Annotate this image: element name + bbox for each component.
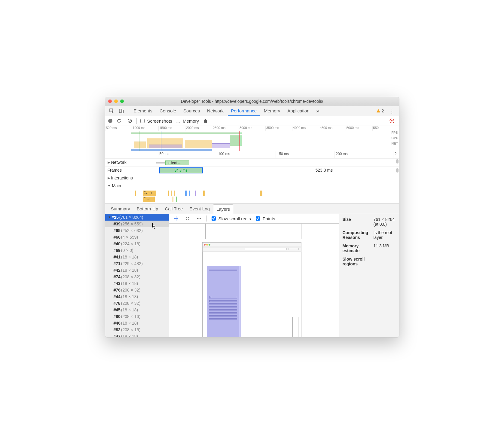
- svg-line-11: [393, 122, 394, 123]
- warnings-badge[interactable]: 2: [374, 106, 386, 116]
- layer-canvas-scrollbar: [292, 317, 298, 337]
- layer-tree-row[interactable]: #74(208 × 32): [105, 274, 169, 280]
- tab-network[interactable]: Network: [204, 106, 227, 116]
- layer-dims: (208 × 16): [121, 314, 140, 319]
- disclosure-icon[interactable]: ▼: [108, 215, 111, 219]
- layer-tree-row[interactable]: #41(18 × 18): [105, 254, 169, 260]
- layer-canvas[interactable]: [169, 224, 339, 337]
- lane-frames[interactable]: Frames 34.8 ms 523.8 ms: [105, 166, 399, 174]
- layer-dims: (18 × 18): [121, 334, 138, 337]
- tab2-call-tree[interactable]: Call Tree: [161, 204, 186, 214]
- perf-ruler[interactable]: 50 ms100 ms150 ms200 ms2: [105, 151, 399, 158]
- layer-id: #74: [114, 274, 121, 279]
- tab-memory[interactable]: Memory: [261, 106, 283, 116]
- layer-canvas-layer[interactable]: [207, 266, 239, 337]
- devtools-window: Developer Tools - https://developers.goo…: [105, 97, 399, 338]
- lane-interactions[interactable]: ▶Interactions: [105, 174, 399, 182]
- close-window-button[interactable]: [108, 99, 112, 103]
- layer-tree-row[interactable]: #43(18 × 18): [105, 280, 169, 287]
- layer-dims: (224 × 16): [121, 241, 140, 246]
- tab-performance[interactable]: Performance: [228, 106, 260, 116]
- layer-tree-row[interactable]: #71(229 × 482): [105, 260, 169, 267]
- settings-gear-icon[interactable]: [388, 118, 396, 123]
- layer-dims: (761 × 8264): [119, 215, 143, 220]
- layer-dims: (252 × 632): [121, 228, 143, 233]
- tab2-event-log[interactable]: Event Log: [186, 204, 213, 214]
- record-button[interactable]: [108, 119, 112, 123]
- layer-tree-row[interactable]: ▼#25(761 × 8264): [105, 214, 169, 221]
- memory-checkbox[interactable]: Memory: [175, 118, 199, 124]
- window-titlebar: Developer Tools - https://developers.goo…: [105, 97, 399, 106]
- tab2-summary[interactable]: Summary: [108, 204, 133, 214]
- flame-event-f[interactable]: F…l: [143, 197, 155, 202]
- tab-console[interactable]: Console: [157, 106, 179, 116]
- toggle-device-icon[interactable]: [117, 106, 126, 116]
- tab2-bottom-up[interactable]: Bottom-Up: [133, 204, 162, 214]
- layer-tree-row[interactable]: #69(0 × 0): [105, 247, 169, 254]
- tab-sources[interactable]: Sources: [180, 106, 203, 116]
- layer-tree-row[interactable]: #76(208 × 32): [105, 287, 169, 293]
- layer-dims: (4 × 559): [121, 235, 138, 240]
- layer-id: #76: [114, 288, 121, 292]
- trash-icon[interactable]: [201, 118, 210, 123]
- svg-line-12: [390, 122, 391, 123]
- layer-tree-row[interactable]: #44(18 × 18): [105, 293, 169, 300]
- rotate-icon[interactable]: [184, 216, 191, 221]
- tab-elements[interactable]: Elements: [131, 106, 156, 116]
- layer-tree-row[interactable]: #40(224 × 16): [105, 240, 169, 247]
- layer-tree-row[interactable]: #47(18 × 18): [105, 333, 169, 337]
- screenshots-checkbox[interactable]: Screenshots: [139, 118, 172, 124]
- flame-chart[interactable]: Ev…) F…l: [105, 190, 399, 203]
- overview-lane-labels: FPSCPUNET: [391, 131, 398, 145]
- clear-icon[interactable]: [126, 118, 134, 123]
- layer-tree-row[interactable]: #42(18 × 18): [105, 267, 169, 274]
- tab2-layers[interactable]: Layers: [213, 204, 233, 214]
- svg-point-14: [198, 218, 199, 219]
- zoom-window-button[interactable]: [120, 99, 124, 103]
- svg-point-5: [391, 120, 392, 121]
- reload-record-icon[interactable]: [115, 118, 123, 123]
- layer-id: #66: [114, 235, 121, 240]
- reset-view-icon[interactable]: [195, 216, 203, 221]
- layer-tree-row[interactable]: #82(208 × 16): [105, 326, 169, 333]
- minimize-window-button[interactable]: [114, 99, 118, 103]
- paints-checkbox[interactable]: Paints: [255, 215, 275, 222]
- frames-label: Frames: [108, 168, 122, 173]
- main-tabs: Elements Console Sources Network Perform…: [105, 106, 399, 116]
- traffic-lights: [108, 99, 124, 103]
- layer-tree-row[interactable]: #78(208 × 32): [105, 300, 169, 307]
- layer-canvas-area: Slow scroll rects Paints: [169, 214, 339, 337]
- network-request-block[interactable]: collect …: [165, 160, 189, 165]
- layer-dims: (208 × 32): [121, 288, 140, 292]
- layer-tree-row[interactable]: #65(252 × 632): [105, 227, 169, 234]
- slow-scroll-checkbox[interactable]: Slow scroll rects: [210, 215, 251, 222]
- interactions-label: Interactions: [111, 176, 133, 180]
- kebab-menu-icon[interactable]: ⋮: [387, 106, 397, 116]
- prop-comp-key: Compositing Reasons: [343, 230, 371, 240]
- layer-tree-row[interactable]: #39(256 × 559): [105, 221, 169, 227]
- prop-comp-val: Is the root layer.: [374, 230, 396, 240]
- warnings-count: 2: [382, 108, 384, 113]
- tab-application[interactable]: Application: [284, 106, 312, 116]
- lane-main[interactable]: ▼Main: [105, 182, 399, 190]
- layer-dims: (208 × 16): [121, 327, 140, 332]
- prop-ssr-val: [374, 257, 396, 266]
- layer-tree-row[interactable]: #66(4 × 559): [105, 234, 169, 240]
- layer-dims: (18 × 18): [121, 294, 138, 299]
- lane-network[interactable]: ▶Network collect …: [105, 158, 399, 166]
- layers-tree[interactable]: ▼#25(761 × 8264)#39(256 × 559)#65(252 × …: [105, 214, 169, 337]
- slow-scroll-label: Slow scroll rects: [218, 216, 251, 221]
- layer-tree-row[interactable]: #80(208 × 16): [105, 313, 169, 320]
- flame-event-ev[interactable]: Ev…): [143, 191, 156, 196]
- perf-toolbar: Screenshots Memory: [105, 116, 399, 126]
- layer-id: #42: [114, 268, 121, 273]
- more-tabs-icon[interactable]: »: [314, 106, 322, 116]
- inspect-element-icon[interactable]: [108, 106, 116, 116]
- pan-icon[interactable]: [172, 216, 180, 221]
- layer-id: #40: [114, 241, 121, 246]
- layer-tree-row[interactable]: #46(18 × 18): [105, 320, 169, 326]
- frame-block-selected[interactable]: 34.8 ms: [159, 167, 203, 173]
- layers-panel: ▼#25(761 × 8264)#39(256 × 559)#65(252 × …: [105, 214, 399, 337]
- layer-tree-row[interactable]: #45(18 × 18): [105, 307, 169, 313]
- performance-overview[interactable]: 500 ms1000 ms1500 ms2000 ms2500 ms3000 m…: [105, 126, 399, 151]
